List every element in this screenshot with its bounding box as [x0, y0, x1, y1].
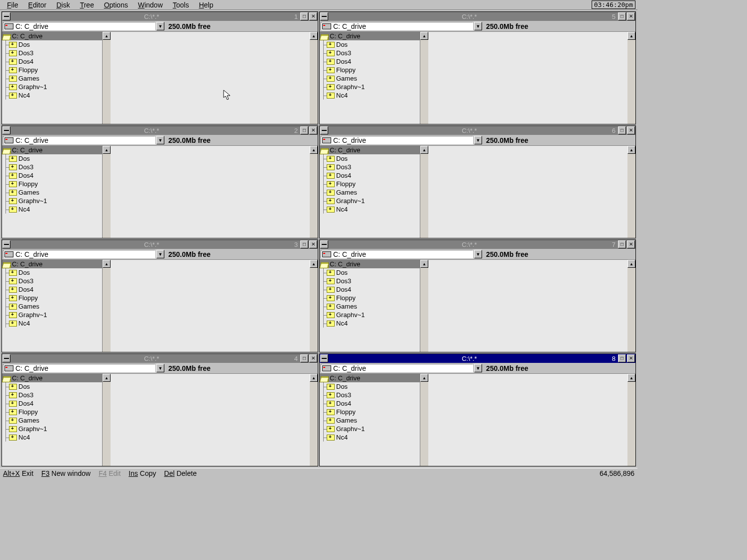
tree-folder[interactable]: Games [320, 302, 420, 311]
close-button[interactable]: ✕ [309, 354, 317, 362]
menu-disk[interactable]: Disk [51, 0, 75, 9]
maximize-button[interactable]: □ [618, 354, 626, 362]
tree-folder[interactable]: Dos3 [320, 49, 420, 57]
drive-selector[interactable]: C: C_drive [321, 250, 473, 258]
tree-folder[interactable]: Games [2, 74, 102, 83]
folder-tree[interactable]: DosDos3Dos4FloppyGamesGraphv~1Nc4 [320, 40, 420, 124]
system-menu-icon[interactable] [2, 240, 10, 248]
drive-selector[interactable]: C: C_drive [3, 22, 155, 30]
maximize-button[interactable]: □ [300, 240, 308, 248]
close-button[interactable]: ✕ [309, 12, 317, 20]
folder-tree[interactable]: DosDos3Dos4FloppyGamesGraphv~1Nc4 [320, 382, 420, 466]
file-scrollbar[interactable]: ▲ [310, 146, 318, 238]
tree-folder[interactable]: Dos4 [2, 57, 102, 66]
scroll-up-icon[interactable]: ▲ [310, 32, 318, 40]
folder-tree[interactable]: DosDos3Dos4FloppyGamesGraphv~1Nc4 [2, 382, 102, 466]
tree-folder[interactable]: Games [2, 416, 102, 425]
tree-scrollbar[interactable]: ▲ [420, 260, 428, 352]
maximize-button[interactable]: □ [300, 126, 308, 134]
file-scrollbar[interactable]: ▲ [627, 32, 635, 124]
scroll-up-icon[interactable]: ▲ [627, 146, 635, 154]
tree-folder[interactable]: Dos [320, 382, 420, 391]
folder-tree[interactable]: DosDos3Dos4FloppyGamesGraphv~1Nc4 [2, 40, 102, 124]
tree-folder[interactable]: Nc4 [2, 91, 102, 100]
tree-folder[interactable]: Dos [320, 40, 420, 49]
menu-window[interactable]: Window [133, 0, 168, 9]
tree-scrollbar[interactable]: ▲ [103, 32, 111, 124]
maximize-button[interactable]: □ [300, 354, 308, 362]
tree-folder[interactable]: Games [320, 416, 420, 425]
titlebar[interactable]: C:\*.* 2 □ ✕ [2, 126, 318, 135]
file-scrollbar[interactable]: ▲ [627, 260, 635, 352]
tree-folder[interactable]: Nc4 [320, 205, 420, 214]
tree-folder[interactable]: Dos4 [320, 171, 420, 180]
file-list[interactable] [111, 146, 310, 238]
file-scrollbar[interactable]: ▲ [627, 146, 635, 238]
menu-help[interactable]: Help [194, 0, 218, 9]
close-button[interactable]: ✕ [309, 126, 317, 134]
hotkey-copy[interactable]: Ins Copy [128, 469, 156, 477]
drive-selector[interactable]: C: C_drive [3, 136, 155, 144]
tree-root[interactable]: C: C_drive [320, 374, 420, 382]
file-list[interactable] [111, 32, 310, 124]
system-menu-icon[interactable] [320, 240, 328, 248]
tree-folder[interactable]: Dos [320, 154, 420, 163]
drive-dropdown-button[interactable]: ▼ [156, 250, 164, 258]
tree-folder[interactable]: Dos4 [2, 171, 102, 180]
tree-folder[interactable]: Dos4 [320, 285, 420, 294]
tree-folder[interactable]: Dos [2, 382, 102, 391]
tree-folder[interactable]: Floppy [320, 294, 420, 302]
drive-dropdown-button[interactable]: ▼ [474, 250, 482, 258]
tree-folder[interactable]: Floppy [320, 180, 420, 188]
tree-root[interactable]: C: C_drive [2, 146, 102, 154]
scroll-up-icon[interactable]: ▲ [103, 32, 111, 40]
system-menu-icon[interactable] [320, 354, 328, 362]
titlebar[interactable]: C:\*.* 6 □ ✕ [320, 126, 635, 135]
tree-folder[interactable]: Dos3 [2, 277, 102, 285]
tree-scrollbar[interactable]: ▲ [420, 146, 428, 238]
tree-root[interactable]: C: C_drive [320, 260, 420, 268]
tree-folder[interactable]: Dos3 [320, 391, 420, 399]
file-list[interactable] [428, 260, 627, 352]
folder-tree[interactable]: DosDos3Dos4FloppyGamesGraphv~1Nc4 [320, 268, 420, 352]
drive-selector[interactable]: C: C_drive [321, 136, 473, 144]
file-list[interactable] [428, 32, 627, 124]
scroll-up-icon[interactable]: ▲ [627, 32, 635, 40]
tree-folder[interactable]: Floppy [2, 180, 102, 188]
drive-selector[interactable]: C: C_drive [3, 364, 155, 372]
file-list[interactable] [428, 146, 627, 238]
titlebar[interactable]: C:\*.* 3 □ ✕ [2, 240, 318, 249]
tree-scrollbar[interactable]: ▲ [103, 260, 111, 352]
file-scrollbar[interactable]: ▲ [310, 32, 318, 124]
drive-dropdown-button[interactable]: ▼ [474, 136, 482, 144]
tree-root[interactable]: C: C_drive [2, 260, 102, 268]
menu-file[interactable]: File [2, 0, 23, 9]
close-button[interactable]: ✕ [627, 12, 635, 20]
tree-folder[interactable]: Games [320, 74, 420, 83]
tree-root[interactable]: C: C_drive [2, 32, 102, 40]
close-button[interactable]: ✕ [309, 240, 317, 248]
scroll-up-icon[interactable]: ▲ [103, 374, 111, 382]
scroll-up-icon[interactable]: ▲ [420, 146, 428, 154]
drive-selector[interactable]: C: C_drive [321, 22, 473, 30]
tree-scrollbar[interactable]: ▲ [420, 32, 428, 124]
tree-root[interactable]: C: C_drive [320, 146, 420, 154]
tree-folder[interactable]: Graphv~1 [320, 425, 420, 433]
tree-folder[interactable]: Graphv~1 [320, 311, 420, 319]
tree-folder[interactable]: Dos4 [2, 285, 102, 294]
tree-folder[interactable]: Games [2, 302, 102, 311]
tree-folder[interactable]: Graphv~1 [320, 197, 420, 205]
scroll-up-icon[interactable]: ▲ [310, 374, 318, 382]
close-button[interactable]: ✕ [627, 240, 635, 248]
scroll-up-icon[interactable]: ▲ [310, 146, 318, 154]
drive-selector[interactable]: C: C_drive [321, 364, 473, 372]
maximize-button[interactable]: □ [618, 126, 626, 134]
scroll-up-icon[interactable]: ▲ [627, 260, 635, 268]
tree-folder[interactable]: Floppy [2, 294, 102, 302]
drive-dropdown-button[interactable]: ▼ [474, 364, 482, 372]
drive-dropdown-button[interactable]: ▼ [156, 364, 164, 372]
tree-folder[interactable]: Nc4 [2, 205, 102, 214]
tree-folder[interactable]: Graphv~1 [2, 83, 102, 91]
tree-folder[interactable]: Dos4 [320, 399, 420, 408]
tree-folder[interactable]: Dos3 [320, 277, 420, 285]
